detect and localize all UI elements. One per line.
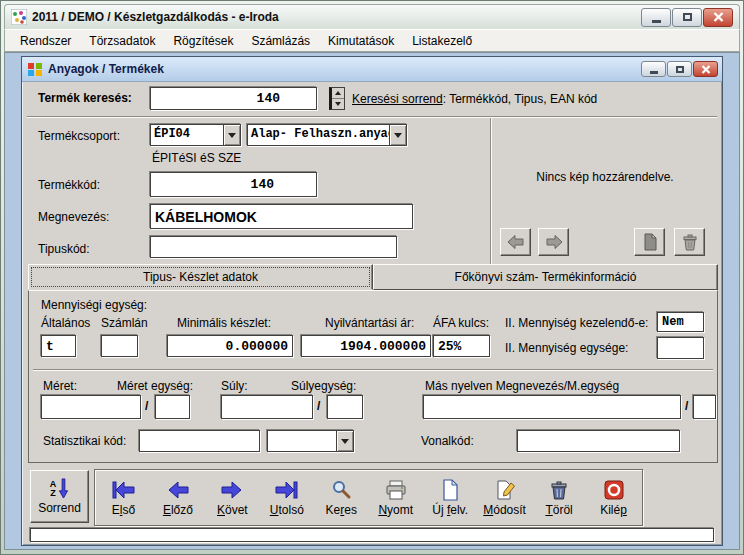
label-post: tolsó [278, 503, 303, 517]
unit-section-label: Mennyiségi egység: [41, 298, 147, 312]
maximize-button[interactable] [672, 8, 702, 27]
sort-button[interactable]: AZ Sorrend [30, 470, 89, 523]
size-unit-input[interactable] [155, 395, 190, 419]
modify-button[interactable]: Módosít [479, 478, 531, 517]
search-button[interactable]: Keres [315, 478, 367, 517]
general-unit-input[interactable] [41, 335, 76, 357]
print-label: Nyomt [378, 503, 413, 517]
dialog-restore-button[interactable] [667, 61, 692, 77]
menu-szamlazas[interactable]: Számlázás [242, 31, 319, 51]
no-image-text: Nincs kép hozzárendelve. [492, 170, 718, 184]
app-window: 2011 / DEMO / Készletgazdálkodás - e-Iro… [0, 0, 744, 555]
label-key: N [378, 503, 387, 517]
chevron-down-icon [228, 133, 236, 138]
size-input[interactable] [41, 395, 141, 419]
other-lang-input[interactable] [423, 395, 681, 419]
barcode-input[interactable] [517, 430, 680, 452]
weight-input[interactable] [221, 395, 313, 419]
stat-unit-select[interactable] [267, 430, 354, 452]
print-button[interactable]: Nyomt [370, 478, 422, 517]
menu-rendszer[interactable]: Rendszer [11, 31, 80, 51]
separator-line [27, 116, 717, 118]
label-post: övet [225, 503, 248, 517]
weight-unit-input[interactable] [327, 395, 363, 419]
delete-button[interactable]: Töröl [533, 478, 585, 517]
weight-label: Súly: [221, 379, 248, 393]
product-group-code-select[interactable]: ÉPI04 [150, 124, 241, 146]
dialog-icon [28, 62, 43, 77]
window-controls [641, 8, 733, 27]
barcode-label: Vonalkód: [421, 434, 474, 448]
type-code-input[interactable] [150, 236, 397, 258]
label-key: M [483, 503, 493, 517]
stat-code-input[interactable] [139, 430, 260, 452]
dialog-close-icon [701, 65, 711, 74]
search-order-spinner[interactable] [329, 87, 345, 110]
first-button[interactable]: Első [97, 478, 149, 517]
menu-kimutatasok[interactable]: Kimutatások [319, 31, 403, 51]
navigation-toolbar: Első Előző Követ Utolsó [94, 469, 643, 526]
product-name-input[interactable] [150, 204, 413, 229]
other-lang-label: Más nyelven Megnevezés/M.egység [425, 379, 619, 393]
previous-icon [166, 478, 190, 502]
previous-button[interactable]: Előző [152, 478, 204, 517]
product-group-name-select[interactable]: Alap- Felhaszn.anyag [247, 124, 407, 146]
label-post: es [344, 503, 357, 517]
last-label: Utolsó [270, 503, 304, 517]
product-code-input[interactable] [150, 172, 317, 197]
product-group-name-dropdown-button[interactable] [389, 125, 406, 145]
stat-unit-value [268, 431, 336, 451]
tabpage-stock-data: Mennyiségi egység: Általános Számlán Min… [28, 290, 718, 463]
spinner-up-icon [335, 91, 341, 95]
chevron-down-icon [394, 133, 402, 138]
last-button[interactable]: Utolsó [261, 478, 313, 517]
search-label: Keres [326, 503, 357, 517]
label-post: lőző [171, 503, 193, 517]
stat-unit-dropdown-button[interactable] [336, 431, 353, 451]
label-post: öröl [553, 503, 573, 517]
qty2-unit-input[interactable] [657, 337, 704, 359]
exit-icon [602, 478, 626, 502]
menu-torzsadatok[interactable]: Törzsadatok [80, 31, 164, 51]
exit-label: Kilép [600, 503, 627, 517]
new-record-button[interactable]: Új felv. [424, 478, 476, 517]
product-group-description: ÉPITéSI éS SZE [152, 151, 241, 165]
qty2-handle-input[interactable] [657, 312, 704, 332]
vat-input[interactable] [433, 335, 490, 357]
menu-listakezelo[interactable]: Listakezelő [403, 31, 481, 51]
label-key: p [620, 503, 627, 517]
next-button[interactable]: Követ [206, 478, 258, 517]
record-price-input[interactable] [301, 335, 431, 357]
invoice-unit-input[interactable] [101, 335, 138, 357]
type-code-label: Tipuskód: [38, 242, 90, 256]
gray-arrow-right-icon [544, 232, 564, 252]
label-key: E [163, 503, 171, 517]
delete-image-button[interactable] [674, 228, 705, 256]
spinner-down[interactable] [332, 99, 344, 109]
weight-unit-label: Súlyegység: [291, 379, 356, 393]
prev-image-button[interactable] [500, 228, 531, 256]
exit-button[interactable]: Kilép [588, 478, 640, 517]
dialog-close-button[interactable] [693, 61, 718, 77]
dialog-minimize-icon [650, 71, 658, 74]
other-lang-unit-input[interactable] [693, 395, 716, 419]
product-search-input[interactable] [150, 87, 317, 110]
min-stock-input[interactable] [167, 335, 293, 357]
qty2-unit-label: II. Mennyiség egysége: [505, 341, 628, 355]
tab-fokonyvi-szam[interactable]: Főkönyvi szám- Termékinformáció [373, 264, 718, 290]
search-order-hint: Keresési sorrend: Termékkód, Tipus, EAN … [352, 92, 597, 106]
minimize-button[interactable] [641, 8, 671, 27]
product-search-label: Termék keresés: [38, 91, 132, 105]
attach-image-button[interactable] [634, 228, 665, 256]
edit-icon [493, 478, 517, 502]
product-group-code-dropdown-button[interactable] [223, 125, 240, 145]
close-button[interactable] [703, 8, 733, 27]
spinner-up[interactable] [332, 88, 344, 99]
status-field[interactable] [30, 528, 714, 542]
print-icon [384, 478, 408, 502]
next-image-button[interactable] [538, 228, 569, 256]
record-price-label: Nyilvántartási ár: [325, 316, 414, 330]
tab-tipus-keszlet[interactable]: Tipus- Készlet adatok [28, 264, 373, 290]
menu-rogzitesek[interactable]: Rögzítések [164, 31, 242, 51]
dialog-minimize-button[interactable] [641, 61, 666, 77]
